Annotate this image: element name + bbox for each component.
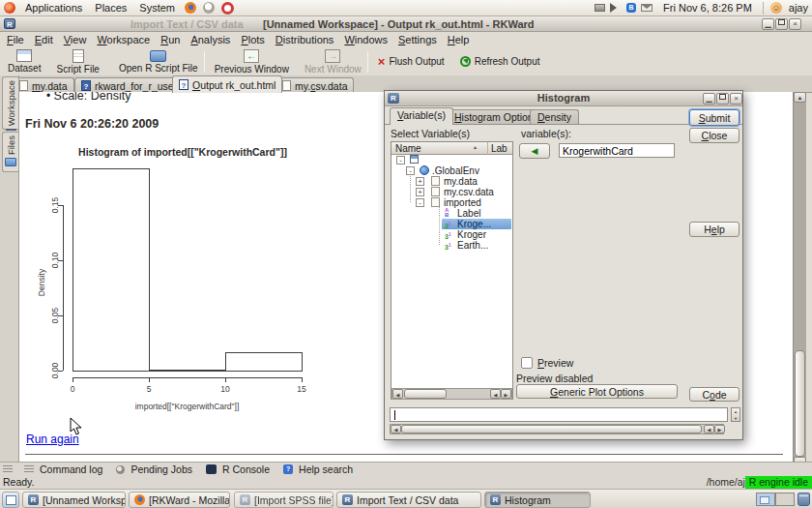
help-launcher-icon[interactable] [221,2,234,15]
task-import-csv[interactable]: Import Text / CSV data [336,492,481,508]
panel-menu-applications[interactable]: Applications [22,2,85,14]
submit-button[interactable]: Submit [689,109,740,126]
close-dialog-button[interactable]: Close [689,128,740,143]
panel-separator [763,2,764,15]
x-tick [225,377,226,382]
trash-icon[interactable] [798,493,810,506]
dialog-close-button[interactable]: × [730,93,742,105]
user-name[interactable]: ajay [789,2,808,14]
rkward-task-icon [240,494,250,505]
menu-view[interactable]: View [64,34,87,45]
code-preview-input[interactable] [390,407,728,422]
menu-workspace[interactable]: Workspace [97,34,150,45]
task-firefox[interactable]: [RKWard - Mozilla Fire... [129,492,230,508]
tree-row-kroger[interactable]: Kroger [392,229,512,240]
y-tick-label: 0.05 [50,303,60,328]
bluetooth-icon[interactable] [626,3,636,13]
firefox-launcher-icon[interactable] [185,2,196,14]
dialog-minimize-button[interactable]: ▁ [703,93,715,105]
workspace-1[interactable] [756,493,775,506]
tool-r-console[interactable]: R Console [222,463,270,475]
tree-row-earth[interactable]: Earth... [392,240,512,251]
workspace-2[interactable] [775,493,795,506]
task-histogram[interactable]: Histogram [484,492,591,508]
tree-column-name[interactable]: Name [395,142,421,155]
minimize-button[interactable]: ▁ [762,18,774,30]
menu-analysis[interactable]: Analysis [190,34,230,45]
scrollbar-thumb[interactable] [404,389,447,399]
panel-clock[interactable]: Fri Nov 6, 8:26 PM [659,2,756,14]
dialog-maximize-button[interactable] [716,93,729,105]
variables-field[interactable] [559,143,675,158]
flush-output-button[interactable]: × Flush Output [378,55,445,68]
mail-icon[interactable] [641,4,652,12]
panel-menu-places[interactable]: Places [92,2,130,14]
tree-expander[interactable]: - [396,156,405,164]
dialog-tab-density[interactable]: Density [530,109,579,124]
menu-plots[interactable]: Plots [241,34,264,45]
code-button[interactable]: Code [689,387,740,402]
tree-row-root[interactable]: - [392,155,512,165]
tree-header[interactable]: Name ▲ Lab [392,142,512,155]
tab-my-data[interactable]: my.data [13,77,74,93]
sidebar-tab-files[interactable]: Files [2,132,18,172]
network-icon[interactable] [594,4,605,12]
task-import-spss[interactable]: [Import SPSS file] [234,492,334,508]
maximize-button[interactable] [775,18,788,30]
ubuntu-logo-icon[interactable] [4,2,15,14]
volume-icon[interactable] [610,3,622,13]
dialog-tab-variables[interactable]: Variable(s) [390,107,453,125]
sidebar-tab-workspace[interactable]: Workspace [2,76,18,130]
dialog-horizontal-scrollbar[interactable]: ◀ ◀ ▶ [390,424,724,434]
help-button[interactable]: Help [689,222,740,237]
tree-row-my-csv-data[interactable]: + my.csv.data [392,187,512,197]
dialog-titlebar[interactable]: Histogram [385,91,742,106]
tool-help-search[interactable]: Help search [299,463,353,475]
tree-row-imported[interactable]: - imported [392,197,512,208]
tree-column-label[interactable]: Lab [487,142,508,155]
tree-expander[interactable]: - [416,198,424,207]
preview-checkbox[interactable] [521,357,533,369]
output-scrollbar[interactable]: ▲ ▲ ▼ [793,92,806,476]
menu-file[interactable]: File [7,34,24,45]
menu-edit[interactable]: Edit [35,34,53,45]
tree-expander[interactable]: + [416,188,424,196]
tool-pending-jobs[interactable]: Pending Jobs [130,463,192,475]
tree-row-label-var[interactable]: Label [392,208,512,219]
select-variable-arrow-button[interactable] [519,143,550,159]
scroll-up-button[interactable]: ▲ [794,92,806,103]
user-avatar[interactable] [770,2,782,14]
screenshot-launcher-icon[interactable] [203,2,215,14]
refresh-output-button[interactable]: Refresh Output [460,56,540,67]
open-r-script-button[interactable]: Open R Script File [119,50,198,74]
script-file-button[interactable]: Script File [56,49,99,75]
menu-help[interactable]: Help [448,34,470,45]
tab-output-rk-out[interactable]: Output rk_out.html [172,75,282,93]
previous-window-label: Previous Window [215,64,289,75]
flush-output-label: Flush Output [389,56,444,67]
engine-status-badge: R engine idle [745,476,812,489]
tree-row-my-data[interactable]: + my.data [392,176,512,187]
menu-windows[interactable]: Windows [344,34,388,45]
window-titlebar[interactable]: Import Text / CSV data [Unnamed Workspac… [0,16,812,32]
scrollbar-thumb[interactable] [401,425,702,433]
close-button[interactable]: × [789,18,801,30]
tree-row-globalenv[interactable]: - .GlobalEnv [392,165,512,176]
menu-distributions[interactable]: Distributions [276,34,334,45]
generic-plot-options-button[interactable]: Generic Plot Options [516,384,678,399]
code-height-spinner[interactable]: ▲▼ [731,407,740,422]
menu-settings[interactable]: Settings [398,34,437,45]
tool-command-log[interactable]: Command log [40,463,102,475]
show-desktop-button[interactable] [2,492,19,508]
dataset-button[interactable]: Dataset [8,49,41,74]
tree-expander[interactable]: + [416,177,424,186]
tab-my-csv-data[interactable]: my.csv.data [276,77,354,93]
tree-expander[interactable]: - [406,166,415,175]
task-unnamed-workspace[interactable]: [Unnamed Workspace]... [22,492,126,508]
menu-run[interactable]: Run [160,34,180,45]
tree-row-krogerwithcard[interactable]: Kroge... [392,219,512,229]
scrollbar-thumb[interactable] [795,350,805,457]
tree-horizontal-scrollbar[interactable]: ◀ ◀ ▶ [392,388,512,400]
panel-menu-system[interactable]: System [136,2,178,14]
previous-window-button[interactable]: ← Previous Window [215,49,289,75]
